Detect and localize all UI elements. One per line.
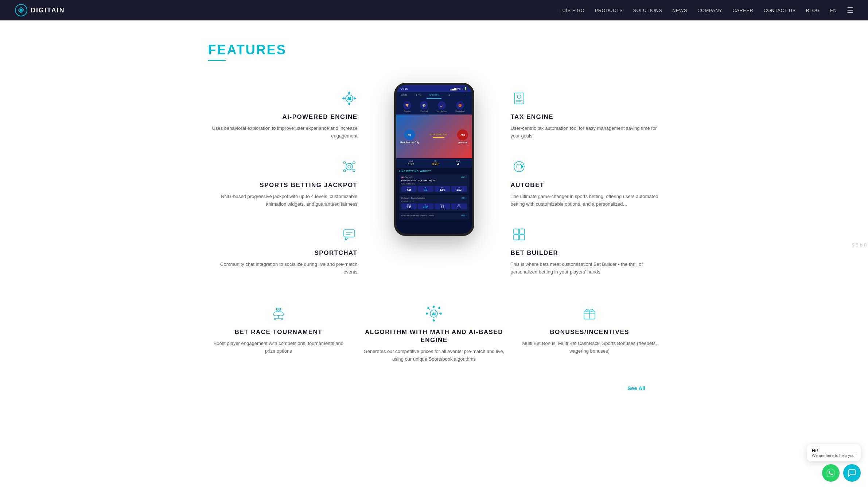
feature-tournament-desc: Boost player engagement with competition… (208, 340, 349, 355)
nav-item-news[interactable]: NEWS (672, 8, 687, 13)
see-all-link[interactable]: See All (627, 385, 645, 391)
icehockey-icon: 🏒 (438, 101, 446, 109)
score-win2[interactable]: Win2 4 (456, 160, 460, 166)
home-team: MC Manchester City (400, 129, 420, 144)
features-main-grid: AI AI-POWERED ENGINE Uses behavioral exp… (208, 83, 660, 276)
feature-sportchat-title: SPORTCHAT (208, 249, 358, 257)
odd-1x-1[interactable]: 1X1.93 (451, 186, 467, 192)
nav-item-products[interactable]: PRODUCTS (595, 8, 623, 13)
svg-point-1 (20, 9, 23, 12)
nav-item-solutions[interactable]: SOLUTIONS (633, 8, 662, 13)
odd-win2-2[interactable]: Win26.8 (435, 203, 450, 209)
basketball-icon: 🏀 (456, 101, 464, 109)
score-win2-val: 4 (457, 162, 459, 166)
feature-autobet-desc: The ultimate game-changer in sports bett… (511, 193, 660, 208)
phone-mockup: 04:56 ▂▄▆ WiFi 🔋 HOME LIVE SPORTS ★ ⋮ (394, 83, 474, 236)
phone-score-row: Win1 1.92 X 3.75 Win2 4 (396, 158, 472, 168)
live-match-3-badge: +439 ☆ (461, 214, 467, 217)
odd-x-2[interactable]: X4.95 (418, 203, 433, 209)
feature-autobet-title: AUTOBET (511, 181, 660, 189)
odd-win1-2[interactable]: Win11.41 (401, 203, 417, 209)
svg-point-39 (281, 318, 283, 320)
svg-line-18 (346, 163, 347, 164)
feature-bonuses-title: BONUSES/INCENTIVES (550, 328, 629, 336)
svg-point-51 (428, 307, 429, 309)
score-win1-val: 1.92 (408, 162, 414, 166)
phone-status-bar: 04:56 ▂▄▆ WiFi 🔋 (396, 85, 472, 92)
svg-text:AI: AI (347, 97, 351, 101)
svg-point-26 (517, 95, 521, 98)
nav-item-company[interactable]: COMPANY (697, 8, 722, 13)
svg-line-21 (352, 169, 353, 170)
phone-nav-tabs: HOME LIVE SPORTS ★ ⋮ (396, 92, 472, 99)
phone-tab-live[interactable]: LIVE (411, 92, 427, 99)
popular-icon: 🏆 (403, 101, 411, 109)
feature-jackpot-desc: RNG-based progressive jackpot with up to… (208, 193, 358, 208)
odd-1x-2[interactable]: 1X1.1 (451, 203, 467, 209)
svg-point-12 (346, 163, 353, 170)
tournament-icon (270, 305, 287, 325)
feature-tournament: BET RACE TOURNAMENT Boost player engagem… (208, 305, 349, 363)
score-draw[interactable]: X 3.75 (432, 160, 439, 166)
phone-match-banner: MC Manchester City 01.05.2024 17:50 ARS … (396, 115, 472, 158)
sportchat-icon (208, 226, 358, 246)
support-chat-button[interactable] (843, 464, 861, 482)
svg-rect-31 (514, 229, 519, 234)
phone-signal: ▂▄▆ WiFi 🔋 (450, 87, 467, 90)
whatsapp-button[interactable] (822, 464, 840, 482)
logo[interactable]: DIGITAIN (15, 4, 65, 17)
live-match-1-info: • 2nd half 58' 0:1 (401, 183, 467, 185)
nav-language[interactable]: EN (830, 8, 837, 13)
match-teams: MC Manchester City 01.05.2024 17:50 ARS … (396, 129, 472, 144)
nav-item-career[interactable]: CAREER (732, 8, 753, 13)
live-match-3: Vancouver Whitecaps - Portland Timbers +… (399, 213, 469, 220)
phone-tab-home[interactable]: HOME (396, 92, 412, 99)
home-team-name: Manchester City (400, 141, 420, 144)
nav-item-contactus[interactable]: CONTACT US (764, 8, 796, 13)
live-match-2-odds: Win11.41 X4.95 Win26.8 1X1.1 (401, 203, 467, 209)
score-win1[interactable]: Win1 1.92 (408, 160, 414, 166)
phone-tab-sports[interactable]: SPORTS (427, 92, 442, 99)
away-team: ARS Arsenal (457, 129, 468, 144)
section-title: FEATURES (208, 42, 660, 58)
phone-icon-football[interactable]: ⚽ Football (420, 101, 428, 112)
live-match-2: LA Galaxy - Seattle Sounders +334 ☆ • 1s… (399, 195, 469, 211)
side-features-label: FEATURES (851, 242, 868, 247)
live-match-2-league: LA Galaxy - Seattle Sounders (401, 197, 425, 199)
live-widget-title: LIVE BETTING WIDGET (399, 170, 469, 172)
phone-tab-more[interactable]: ⋮ (457, 92, 472, 99)
svg-rect-34 (519, 235, 525, 240)
live-match-1-teams: Real Salt Lake - St. Louis City SC (401, 179, 467, 182)
jackpot-icon (208, 158, 358, 178)
odd-x-1[interactable]: X3.2 (418, 186, 433, 192)
svg-point-49 (440, 313, 441, 314)
live-match-1-odds: Win14.85 X3.2 Win21.86 1X1.93 (401, 186, 467, 192)
tax-icon (511, 90, 660, 110)
phone-mockup-container: 04:56 ▂▄▆ WiFi 🔋 HOME LIVE SPORTS ★ ⋮ (372, 83, 496, 236)
feature-tax-title: TAX ENGINE (511, 113, 660, 121)
betbuilder-icon (511, 226, 660, 246)
svg-point-48 (426, 313, 428, 314)
live-match-2-info: • 1st half 16' 1:0 (401, 200, 467, 202)
phone-icon-icehockey[interactable]: 🏒 Ice Hockey (437, 101, 447, 112)
nav-item-blog[interactable]: BLOG (806, 8, 820, 13)
phone-tab-star[interactable]: ★ (441, 92, 457, 99)
svg-point-14 (343, 162, 346, 164)
odd-win1-1[interactable]: Win14.85 (401, 186, 417, 192)
feature-jackpot: SPORTS BETTING JACKPOT RNG-based progres… (208, 158, 358, 208)
feature-algorithm: AI ALGORITHM WIT (363, 305, 505, 363)
hamburger-icon[interactable]: ☰ (847, 6, 853, 15)
svg-rect-33 (514, 235, 519, 240)
svg-point-10 (343, 98, 345, 99)
odd-win2-1[interactable]: Win21.86 (435, 186, 450, 192)
features-section: FEATURES AI (179, 20, 689, 420)
see-all-row: See All (208, 385, 660, 391)
phone-icon-basketball[interactable]: 🏀 Basketball (455, 101, 464, 112)
svg-point-37 (277, 309, 280, 311)
phone-icon-popular[interactable]: 🏆 Popular (403, 101, 411, 112)
svg-marker-30 (522, 165, 523, 168)
chat-bubble-hi: Hi! (812, 448, 856, 453)
feature-autobet: AUTOBET The ultimate game-changer in spo… (511, 158, 660, 208)
svg-point-9 (349, 103, 350, 105)
nav-item-luisfigo[interactable]: LUÍS FIGO (560, 8, 585, 13)
